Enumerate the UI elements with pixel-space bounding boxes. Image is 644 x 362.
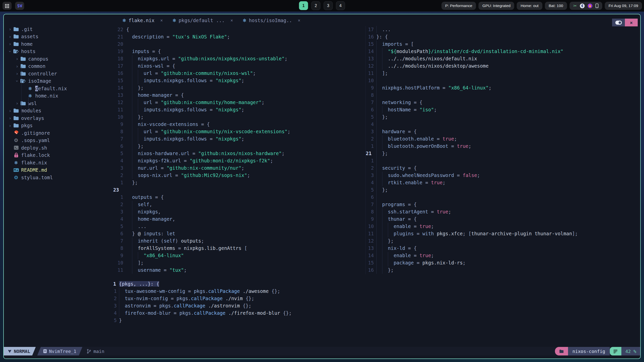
code-line[interactable]: 6 };	[113, 143, 365, 150]
code-line[interactable]: 5 ...	[113, 223, 365, 230]
tree-item-modules[interactable]: ›modules	[4, 107, 113, 115]
code-line[interactable]: 14 };	[113, 84, 365, 92]
code-line[interactable]: 13../../modules/nixos/default.nix	[366, 55, 640, 62]
code-line[interactable]: 1	[366, 157, 640, 164]
code-line[interactable]: 11];	[366, 70, 640, 77]
code-line[interactable]: 4rtkit.enable = true;	[366, 179, 640, 186]
app-launcher-button[interactable]	[3, 2, 12, 10]
code-line[interactable]: 16};	[366, 266, 640, 274]
chevron-right-icon[interactable]: ›	[7, 123, 13, 128]
code-line[interactable]: 11plugins = with pkgs.xfce; [thunar-arch…	[366, 230, 640, 237]
code-line[interactable]: 12};	[366, 237, 640, 245]
tree-item-README-md[interactable]: README.md	[4, 166, 113, 174]
code-line[interactable]: 14"${modulesPath}/installer/cd-dvd/insta…	[366, 48, 640, 55]
code-line[interactable]: 13 home-manager = {	[113, 92, 365, 99]
clock[interactable]: Fri Aug 09, 17:09	[605, 2, 642, 10]
code-line[interactable]: 12 url = "github:nix-community/home-mana…	[113, 99, 365, 106]
code-line[interactable]: 9thunar = {	[366, 215, 640, 223]
tab-pkgs-default-[interactable]: ❄pkgs/default ...×	[169, 18, 236, 23]
code-line[interactable]: 4firefox-mod-blur = pkgs.callPackage ./f…	[113, 309, 640, 317]
chevron-right-icon[interactable]: ›	[7, 34, 13, 39]
code-line[interactable]: 3astronvim = pkgs.callPackage ./astronvi…	[113, 302, 640, 309]
code-line[interactable]: 15 inputs.nixpkgs.follows = "nixpkgs";	[113, 77, 365, 84]
tree-item-home[interactable]: ›home	[4, 40, 113, 48]
chevron-right-icon[interactable]: ›	[7, 41, 13, 47]
code-line[interactable]: 5};	[366, 113, 640, 121]
close-icon[interactable]: ×	[298, 18, 300, 23]
code-line[interactable]: 2 sops-nix.url = "github:Mic92/sops-nix"…	[113, 172, 365, 179]
tree-item--gitignore[interactable]: .gitignore	[4, 129, 113, 137]
code-line[interactable]: 7 inherit (self) outputs;	[113, 237, 365, 245]
code-line[interactable]: 6 } @ inputs: let	[113, 230, 365, 237]
bluetooth-icon[interactable]	[580, 4, 585, 8]
editor-pane-flake-nix[interactable]: 22{21 description = "tux's NixOS Flake";…	[113, 26, 365, 274]
code-line[interactable]: 9 "x86_64-linux"	[113, 252, 365, 259]
chevron-right-icon[interactable]: ›	[7, 26, 13, 32]
code-line[interactable]: 4	[366, 121, 640, 128]
chevron-right-icon[interactable]: ›	[14, 71, 20, 76]
code-line[interactable]: 18 nixpkgs.url = "github:nixos/nixpkgs/n…	[113, 55, 365, 62]
code-line[interactable]: 11 inputs.nixpkgs.follows = "nixpkgs";	[113, 106, 365, 113]
code-line[interactable]: 14enable = true;	[366, 252, 640, 259]
tree-item-deploy-sh[interactable]: deploy.sh	[4, 144, 113, 152]
tree-item-pkgs[interactable]: ›pkgs	[4, 122, 113, 129]
chevron-down-icon[interactable]: ›	[15, 78, 20, 84]
tree-item-flake-lock[interactable]: flake.lock	[4, 152, 113, 159]
buffer-segment[interactable]: NvimTree_1	[37, 347, 82, 355]
code-line[interactable]: 2tux-nvim-config = pkgs.callPackage ./nv…	[113, 295, 640, 302]
phone-icon[interactable]	[595, 4, 598, 8]
code-line[interactable]: 3 nixpkgs,	[113, 208, 365, 215]
code-line[interactable]: 10 };	[113, 113, 365, 121]
code-line[interactable]: 5};	[366, 186, 640, 194]
code-line[interactable]: 8	[366, 92, 640, 99]
code-line[interactable]: 23	[113, 186, 365, 194]
code-line[interactable]: 10enable = true;	[366, 223, 640, 230]
editor-pane-pkgs-default-nix[interactable]: 1{pkgs, ...}: {1tux-awesome-wm-config = …	[113, 280, 640, 326]
code-line[interactable]: 1 outputs = {	[113, 194, 365, 201]
tree-item-flake-nix[interactable]: ❄flake.nix	[4, 159, 113, 166]
flame-icon[interactable]	[588, 4, 592, 8]
code-line[interactable]: 16 url = "github:nix-community/nixos-wsl…	[113, 70, 365, 77]
code-line[interactable]: 11 username = "tux";	[113, 266, 365, 274]
code-line[interactable]: 3hardware = {	[366, 128, 640, 135]
chevron-right-icon[interactable]: ›	[14, 64, 20, 69]
code-line[interactable]: 1bluetooth.powerOnBoot = true;	[366, 143, 640, 150]
logo-button[interactable]: $W	[15, 2, 24, 10]
code-line[interactable]: 4 nixpkgs-f2k.url = "github:moni-dz/nixp…	[113, 157, 365, 164]
tree-item--git[interactable]: ›.git	[4, 25, 113, 33]
code-line[interactable]: 3 nur.url = "github:nix-community/nur";	[113, 164, 365, 172]
tree-item-canopus[interactable]: ›canopus	[4, 55, 113, 63]
code-line[interactable]: 10	[366, 77, 640, 84]
tree-item-stylua-toml[interactable]: ⚙stylua.toml	[4, 174, 113, 181]
close-icon[interactable]: ×	[230, 18, 233, 23]
chevron-right-icon[interactable]: ›	[7, 115, 13, 121]
status-pill-1[interactable]: GPU: Integrated	[478, 2, 514, 10]
code-line[interactable]: 1{pkgs, ...}: {	[113, 280, 640, 288]
code-line[interactable]: 5}	[113, 317, 640, 324]
code-line[interactable]: 8 url = "github:nix-community/nix-vscode…	[113, 128, 365, 135]
workspace-button-3[interactable]: 3	[324, 1, 333, 10]
workspace-button-4[interactable]: 4	[336, 1, 345, 10]
tab-hosts-isoImag-[interactable]: ❄hosts/isoImag..×	[239, 18, 304, 23]
tree-item-isoImage[interactable]: ›isoImage	[4, 77, 113, 85]
tree-item-wsl[interactable]: ›wsl	[4, 100, 113, 107]
chevron-right-icon[interactable]: ›	[14, 101, 20, 106]
code-line[interactable]: 8ssh.startAgent = true;	[366, 208, 640, 215]
code-line[interactable]: 2security = {	[366, 164, 640, 172]
code-line[interactable]: 5 nixos-hardware.url = "github:nixos/nix…	[113, 150, 365, 157]
code-line[interactable]: 15imports = [	[366, 40, 640, 48]
code-line[interactable]: 1 };	[113, 179, 365, 186]
code-line[interactable]: 22{	[113, 26, 365, 33]
code-line[interactable]: 2 self,	[113, 201, 365, 208]
code-line[interactable]: 6hostName = "iso";	[366, 106, 640, 113]
code-line[interactable]: 3sudo.wheelNeedsPassword = false;	[366, 172, 640, 179]
tree-item-assets[interactable]: ›assets	[4, 33, 113, 40]
code-line[interactable]: 6	[366, 194, 640, 201]
scissors-icon[interactable]: ✂	[573, 3, 577, 9]
tree-item-common[interactable]: ›common	[4, 63, 113, 70]
code-line[interactable]: 19 inputs = {	[113, 48, 365, 55]
chevron-right-icon[interactable]: ›	[7, 108, 13, 113]
tree-item-home-nix[interactable]: ❄home.nix	[4, 92, 113, 100]
close-button[interactable]: ×	[625, 19, 638, 26]
code-line[interactable]: 15package = pkgs.nix-ld-rs;	[366, 259, 640, 266]
